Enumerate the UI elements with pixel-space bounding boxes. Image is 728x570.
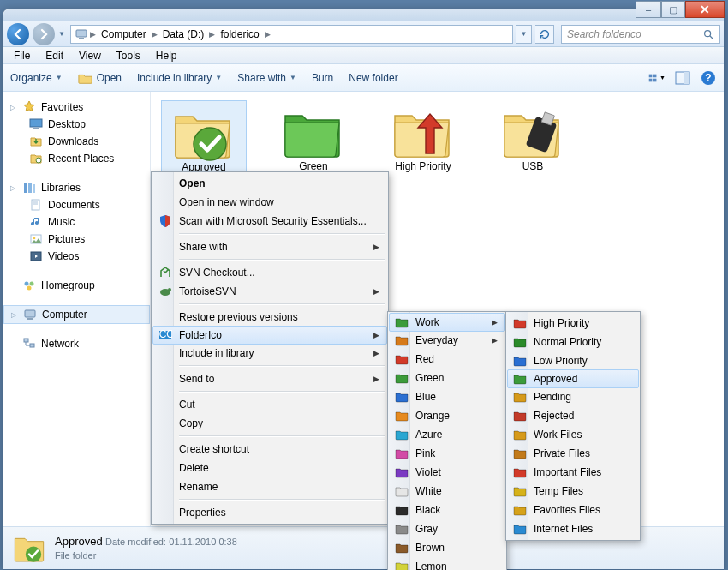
preview-pane-button[interactable] — [674, 69, 691, 87]
menu-item[interactable]: Rename — [153, 477, 386, 496]
folder-item[interactable]: High Priority — [380, 100, 466, 176]
sidebar-libraries[interactable]: ▷Libraries — [3, 179, 150, 196]
menu-item[interactable]: Temp Files — [508, 482, 638, 501]
sidebar-item-videos[interactable]: Videos — [3, 248, 150, 265]
menu-item[interactable]: Open — [153, 174, 386, 193]
help-button[interactable]: ? — [700, 69, 717, 87]
menu-item[interactable]: Send to▶ — [153, 369, 386, 388]
menu-item[interactable]: Important Files — [508, 463, 638, 482]
menu-item[interactable]: Cut — [153, 395, 386, 414]
breadcrumb-item[interactable]: Data (D:) — [159, 28, 208, 40]
menu-item-label: Share with — [179, 241, 228, 253]
minimize-button[interactable]: – — [636, 1, 661, 18]
menu-item[interactable]: Approved — [507, 369, 639, 388]
menu-item[interactable]: Internet Files — [508, 519, 638, 538]
menu-item[interactable]: Share with▶ — [153, 237, 386, 256]
menu-item-icon — [513, 447, 527, 460]
menu-item[interactable]: Restore previous versions — [153, 308, 386, 327]
sidebar-item-downloads[interactable]: Downloads — [3, 133, 150, 150]
menu-item[interactable]: Include in library▶ — [153, 344, 386, 363]
menu-item[interactable]: Pending — [508, 387, 638, 406]
menu-item[interactable]: Gray — [390, 519, 504, 538]
menu-item[interactable]: Orange — [390, 406, 504, 425]
menu-item[interactable]: Create shortcut — [153, 440, 386, 459]
burn-button[interactable]: Burn — [312, 72, 333, 84]
menu-item-label: Important Files — [534, 466, 601, 478]
menu-item[interactable]: Blue — [390, 387, 504, 406]
share-with-button[interactable]: Share with▼ — [237, 72, 296, 84]
folder-label: USB — [490, 159, 576, 174]
menu-item[interactable]: Azure — [390, 425, 504, 444]
menu-help[interactable]: Help — [149, 48, 184, 63]
svg-rect-0 — [76, 30, 87, 37]
menu-item[interactable]: ICOFolderIco▶ — [152, 326, 387, 345]
menu-item[interactable]: Everyday▶ — [390, 331, 504, 350]
menu-item[interactable]: High Priority — [508, 314, 638, 333]
menu-item[interactable]: Green — [390, 369, 504, 387]
include-library-button[interactable]: Include in library▼ — [137, 72, 222, 84]
back-button[interactable] — [7, 23, 29, 45]
menu-item[interactable]: Low Priority — [508, 351, 638, 370]
submenu-arrow-icon: ▶ — [373, 349, 379, 357]
menu-item[interactable]: Black — [390, 501, 504, 519]
menu-item-label: Lemon — [415, 561, 447, 570]
menu-item[interactable]: Favorites Files — [508, 501, 638, 519]
menu-item[interactable]: Normal Priority — [508, 333, 638, 351]
address-bar[interactable]: ▶ Computer ▶ Data (D:) ▶ folderico ▶ — [70, 25, 513, 44]
menu-item[interactable]: Work▶ — [389, 313, 505, 332]
svg-rect-12 — [30, 119, 42, 127]
open-button[interactable]: Open — [78, 71, 122, 85]
breadcrumb-item[interactable]: folderico — [217, 28, 262, 40]
forward-button[interactable] — [33, 23, 55, 45]
sidebar-item-desktop[interactable]: Desktop — [3, 116, 150, 133]
menu-item[interactable]: Lemon — [390, 557, 504, 570]
menu-item[interactable]: Open in new window — [153, 193, 386, 212]
sidebar-favorites[interactable]: ▷Favorites — [3, 99, 150, 116]
menu-item[interactable]: TortoiseSVN▶ — [153, 282, 386, 301]
folder-item[interactable]: USB — [490, 100, 576, 176]
menu-file[interactable]: File — [7, 48, 37, 63]
menu-item-label: Include in library — [179, 347, 254, 359]
menu-item[interactable]: Delete — [153, 459, 386, 477]
sidebar-item-pictures[interactable]: Pictures — [3, 231, 150, 248]
menu-edit[interactable]: Edit — [39, 48, 70, 63]
sidebar-item-music[interactable]: Music — [3, 213, 150, 231]
menu-item[interactable]: Red — [390, 350, 504, 369]
folder-item[interactable]: Green — [271, 100, 356, 176]
sidebar-network[interactable]: Network — [3, 335, 150, 352]
menu-item[interactable]: Private Files — [508, 444, 638, 463]
menu-item-label: Low Priority — [534, 355, 588, 367]
new-folder-button[interactable]: New folder — [349, 72, 397, 84]
menu-item[interactable]: Pink — [390, 444, 504, 463]
menu-item[interactable]: Violet — [390, 463, 504, 482]
sidebar-item-recent[interactable]: Recent Places — [3, 150, 150, 167]
breadcrumb-item[interactable]: Computer — [98, 28, 150, 40]
search-input[interactable]: Search folderico — [561, 25, 720, 44]
sidebar-homegroup[interactable]: Homegroup — [3, 277, 150, 294]
address-dropdown[interactable]: ▼ — [516, 25, 532, 44]
view-options-button[interactable]: ▼ — [648, 69, 665, 87]
menu-item[interactable]: SVN Checkout... — [153, 263, 386, 282]
organize-button[interactable]: Organize▼ — [10, 72, 63, 84]
svg-text:?: ? — [705, 72, 711, 84]
menu-view[interactable]: View — [72, 48, 108, 63]
history-dropdown[interactable]: ▼ — [58, 30, 67, 38]
submenu-arrow-icon: ▶ — [373, 375, 379, 383]
sidebar-item-documents[interactable]: Documents — [3, 196, 150, 213]
menu-tools[interactable]: Tools — [110, 48, 147, 63]
svg-rect-4 — [649, 74, 653, 77]
menu-item[interactable]: Rejected — [508, 406, 638, 425]
close-button[interactable]: ✕ — [685, 1, 725, 18]
menu-item[interactable]: Brown — [390, 538, 504, 557]
menu-item[interactable]: Properties — [153, 503, 386, 522]
sidebar-computer[interactable]: ▷Computer — [3, 305, 150, 324]
maximize-button[interactable]: ▢ — [661, 1, 685, 18]
menu-item[interactable]: Copy — [153, 414, 386, 433]
menu-item[interactable]: Scan with Microsoft Security Essentials.… — [153, 212, 386, 231]
menu-item-label: Blue — [415, 391, 436, 403]
computer-icon — [23, 308, 37, 321]
menu-item[interactable]: White — [390, 482, 504, 501]
menu-item[interactable]: Work Files — [508, 425, 638, 444]
refresh-button[interactable] — [535, 25, 554, 44]
folder-item[interactable]: Approved — [161, 100, 247, 176]
